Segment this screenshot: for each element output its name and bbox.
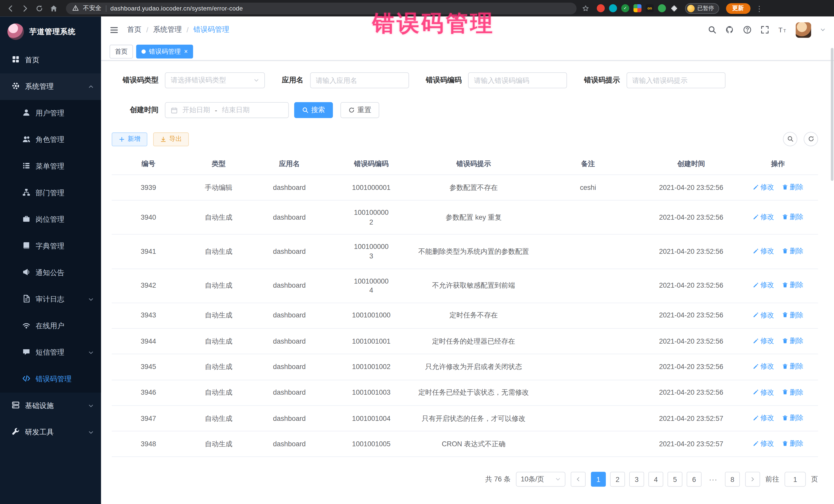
page-button-4[interactable]: 4 <box>649 472 663 487</box>
edit-link[interactable]: 修改 <box>752 336 774 345</box>
tab-error-code[interactable]: 错误码管理 × <box>136 45 193 59</box>
extension-icon[interactable] <box>658 4 666 12</box>
date-range-picker[interactable]: 开始日期 - 结束日期 <box>165 102 289 118</box>
app-title: 芋道管理系统 <box>29 27 75 37</box>
edit-link[interactable]: 修改 <box>752 310 774 320</box>
breadcrumb-separator: / <box>146 26 148 34</box>
error-type-select[interactable]: 请选择错误码类型 <box>165 72 265 88</box>
close-icon[interactable]: × <box>184 48 188 55</box>
sidebar-item-短信管理[interactable]: 短信管理 <box>0 339 101 366</box>
cell-hint: 定时任务不存在 <box>416 303 531 328</box>
page-size-value: 10条/页 <box>521 475 544 484</box>
sidebar-item-字典管理[interactable]: 字典管理 <box>0 233 101 260</box>
delete-link[interactable]: 删除 <box>782 281 804 290</box>
delete-link[interactable]: 删除 <box>782 310 804 320</box>
help-icon[interactable] <box>743 25 752 34</box>
sidebar-item-角色管理[interactable]: 角色管理 <box>0 127 101 153</box>
reload-icon[interactable] <box>34 3 45 13</box>
address-bar[interactable]: 不安全 dashboard.yudao.iocoder.cn/system/er… <box>66 2 577 14</box>
edit-link[interactable]: 修改 <box>752 388 774 397</box>
fullscreen-icon[interactable] <box>761 25 769 34</box>
delete-link[interactable]: 删除 <box>782 388 804 397</box>
edit-link[interactable]: 修改 <box>752 281 774 290</box>
extension-icon[interactable]: ✓ <box>621 4 629 12</box>
sidebar-item-基础设施[interactable]: 基础设施 <box>0 393 101 419</box>
delete-link[interactable]: 删除 <box>782 413 804 422</box>
delete-link[interactable]: 删除 <box>782 439 804 448</box>
delete-link[interactable]: 删除 <box>782 182 804 192</box>
header-actions: TT <box>708 22 826 38</box>
page-button-3[interactable]: 3 <box>629 472 644 487</box>
refresh-table-button[interactable] <box>804 132 818 146</box>
sidebar-item-菜单管理[interactable]: 菜单管理 <box>0 153 101 180</box>
breadcrumb-home[interactable]: 首页 <box>127 25 141 35</box>
sidebar-item-通知公告[interactable]: 通知公告 <box>0 259 101 286</box>
user-avatar[interactable] <box>796 22 811 38</box>
extension-icon[interactable] <box>609 4 617 12</box>
edit-link[interactable]: 修改 <box>752 212 774 221</box>
export-button[interactable]: 导出 <box>153 132 189 146</box>
edit-link[interactable]: 修改 <box>752 362 774 371</box>
browser-home-icon[interactable] <box>48 3 59 13</box>
sidebar-item-用户管理[interactable]: 用户管理 <box>0 100 101 127</box>
sidebar-item-研发工具[interactable]: 研发工具 <box>0 419 101 446</box>
scrollbar[interactable] <box>831 48 833 181</box>
page-button-8[interactable]: 8 <box>725 472 740 487</box>
goto-page-input[interactable] <box>785 472 806 487</box>
browser-menu-icon[interactable]: ⋮ <box>754 3 765 13</box>
app-name-input[interactable] <box>310 72 409 88</box>
cell-actions: 修改删除 <box>738 406 818 431</box>
breadcrumb-system[interactable]: 系统管理 <box>153 25 182 35</box>
add-button[interactable]: 新增 <box>112 132 147 146</box>
error-hint-input[interactable] <box>627 72 725 88</box>
cell-time: 2021-04-20 23:52:56 <box>644 303 738 328</box>
app-logo[interactable]: 芋道管理系统 <box>0 17 101 47</box>
cell-time: 2021-04-20 23:52:56 <box>644 380 738 406</box>
sidebar-item-错误码管理[interactable]: 错误码管理 <box>0 366 101 393</box>
github-icon[interactable] <box>725 25 734 34</box>
page-size-select[interactable]: 10条/页 <box>516 472 566 487</box>
profile-chip[interactable]: 已暂停 <box>685 3 719 13</box>
hamburger-icon[interactable] <box>110 25 118 34</box>
bookmark-star-icon[interactable] <box>580 3 591 13</box>
page-button-6[interactable]: 6 <box>687 472 702 487</box>
delete-link[interactable]: 删除 <box>782 212 804 221</box>
back-icon[interactable] <box>5 3 16 13</box>
next-page-button[interactable] <box>745 472 760 487</box>
chevron-down-icon[interactable] <box>820 27 826 32</box>
update-button[interactable]: 更新 <box>726 3 750 13</box>
page-button-5[interactable]: 5 <box>667 472 682 487</box>
error-code-input[interactable] <box>468 72 567 88</box>
tab-home[interactable]: 首页 <box>110 45 133 59</box>
page-ellipsis[interactable]: ··· <box>706 472 721 487</box>
cell-actions: 修改删除 <box>738 303 818 328</box>
delete-link[interactable]: 删除 <box>782 336 804 345</box>
sidebar-item-审计日志[interactable]: 审计日志 <box>0 286 101 313</box>
delete-link[interactable]: 删除 <box>782 362 804 371</box>
sidebar-item-部门管理[interactable]: 部门管理 <box>0 180 101 206</box>
edit-link[interactable]: 修改 <box>752 182 774 192</box>
sidebar-item-在线用户[interactable]: 在线用户 <box>0 313 101 339</box>
font-size-icon[interactable]: TT <box>778 25 787 34</box>
sidebar-item-岗位管理[interactable]: 岗位管理 <box>0 206 101 233</box>
extensions-puzzle-icon[interactable] <box>670 4 678 12</box>
edit-link[interactable]: 修改 <box>752 246 774 256</box>
page-button-2[interactable]: 2 <box>610 472 625 487</box>
page-button-1[interactable]: 1 <box>591 472 606 487</box>
edit-link[interactable]: 修改 <box>752 413 774 422</box>
cell-code: 1001001004 <box>327 406 416 431</box>
extension-icon[interactable] <box>597 4 605 12</box>
forward-icon[interactable] <box>20 3 30 13</box>
edit-link[interactable]: 修改 <box>752 439 774 448</box>
extension-icon[interactable] <box>634 4 641 12</box>
delete-link[interactable]: 删除 <box>782 246 804 256</box>
sidebar-item-首页[interactable]: 首页 <box>0 47 101 73</box>
column-header: 备注 <box>531 153 644 175</box>
prev-page-button[interactable] <box>571 472 586 487</box>
search-button[interactable]: 搜索 <box>294 102 333 118</box>
toggle-search-button[interactable] <box>783 132 797 146</box>
sidebar-item-系统管理[interactable]: 系统管理 <box>0 73 101 100</box>
reset-button[interactable]: 重置 <box>341 102 379 118</box>
extension-icon[interactable]: on <box>646 4 654 12</box>
search-icon[interactable] <box>708 25 717 34</box>
